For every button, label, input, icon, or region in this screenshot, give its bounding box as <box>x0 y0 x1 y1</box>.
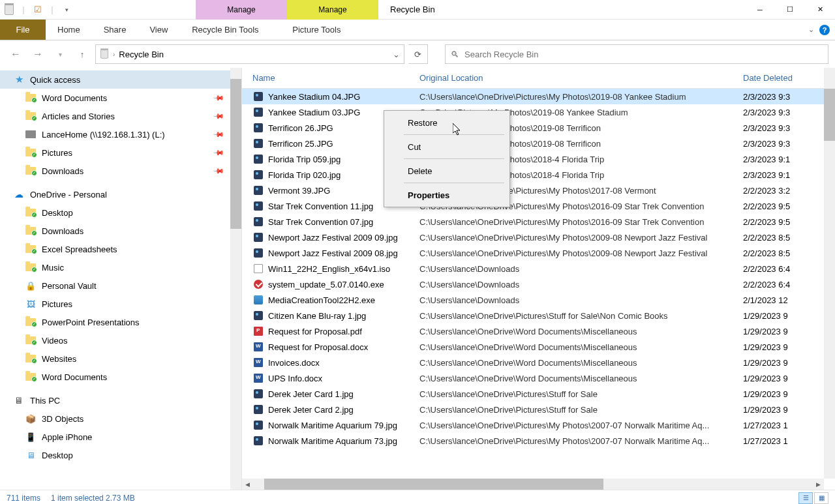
file-row[interactable]: Win11_22H2_English_x64v1.isoC:\Users\lan… <box>242 261 835 276</box>
back-button[interactable]: ← <box>7 45 25 63</box>
refresh-button[interactable]: ⟳ <box>408 44 428 64</box>
file-date-deleted: 1/29/2023 9 <box>743 374 835 383</box>
file-row[interactable]: Derek Jeter Card 2.jpgC:\Users\lance\One… <box>242 402 835 417</box>
share-tab[interactable]: Share <box>92 20 138 40</box>
file-row[interactable]: Florida Trip 059.jpgOneDrive\Pictures\My… <box>242 151 835 167</box>
context-cut[interactable]: Cut <box>384 136 509 157</box>
address-bar[interactable]: › Recycle Bin ⌄ <box>95 44 404 64</box>
view-details-button[interactable]: ☰ <box>798 492 813 504</box>
breadcrumb-recycle-bin[interactable]: Recycle Bin <box>119 50 164 59</box>
forward-button[interactable]: → <box>29 45 47 63</box>
contextual-tab-manage-1[interactable]: Manage <box>196 0 287 20</box>
title-bar: | ☑ | ▾ Manage Manage Recycle Bin ─ ☐ ✕ <box>0 0 835 20</box>
image-icon <box>252 231 264 243</box>
file-row[interactable]: Newport Jazz Festival 2009 08.jpgC:\User… <box>242 245 835 261</box>
file-row[interactable]: Yankee Stadium 03.JPGOneDrive\Pictures\M… <box>242 104 835 120</box>
file-row[interactable]: Terrificon 26.JPGOneDrive\Pictures\My Ph… <box>242 120 835 136</box>
context-restore[interactable]: Restore <box>384 112 509 133</box>
sidebar-item-od[interactable]: Videos <box>0 331 241 349</box>
close-button[interactable]: ✕ <box>805 0 835 20</box>
context-delete[interactable]: Delete <box>384 160 509 181</box>
ribbon-collapse-icon[interactable]: ⌄ <box>808 25 814 34</box>
address-dropdown-icon[interactable]: ⌄ <box>393 50 400 59</box>
column-original-location[interactable]: Original Location <box>419 73 743 83</box>
sidebar-item-od[interactable]: Word Documents <box>0 368 241 386</box>
picture-tools-tab[interactable]: Picture Tools <box>271 20 362 40</box>
sidebar-item-qa[interactable]: Articles and Stories📌 <box>0 107 241 125</box>
scroll-right-icon[interactable]: ▶ <box>813 479 824 490</box>
context-properties[interactable]: Properties <box>384 185 509 205</box>
sidebar-item-pc[interactable]: 📱Apple iPhone <box>0 428 241 446</box>
sidebar-item-pc[interactable]: 📦3D Objects <box>0 409 241 428</box>
tree-item-label: LanceHome (\\192.168.1.31) (L:) <box>42 130 165 140</box>
content-horizontal-scrollbar[interactable]: ◀ ▶ <box>242 479 824 490</box>
tree-item-label: 3D Objects <box>42 414 84 424</box>
qat-dropdown-icon[interactable]: ▾ <box>60 3 73 16</box>
file-row[interactable]: Star Trek Convention 07.jpgC:\Users\lanc… <box>242 214 835 230</box>
content-vertical-scrollbar[interactable] <box>824 68 835 479</box>
file-date-deleted: 1/27/2023 1 <box>743 436 835 446</box>
file-name: Win11_22H2_English_x64v1.iso <box>268 264 419 274</box>
search-box[interactable]: 🔍︎ <box>445 44 828 64</box>
history-dropdown-icon[interactable]: ▾ <box>51 45 69 63</box>
file-row[interactable]: MediaCreationTool22H2.exeC:\Users\lance\… <box>242 292 835 308</box>
folder-icon <box>25 147 37 158</box>
file-row[interactable]: Invoices.docxC:\Users\lance\OneDrive\Wor… <box>242 355 835 370</box>
contextual-tab-manage-2[interactable]: Manage <box>287 0 378 20</box>
recycle-bin-tools-tab[interactable]: Recycle Bin Tools <box>179 20 271 40</box>
view-thumbnails-button[interactable]: ▦ <box>814 492 828 504</box>
window-title: Recycle Bin <box>390 5 435 14</box>
word-icon <box>252 372 264 384</box>
file-row[interactable]: Derek Jeter Card 1.jpgC:\Users\lance\One… <box>242 386 835 402</box>
file-row[interactable]: Star Trek Convention 11.jpgC:\Users\lanc… <box>242 198 835 214</box>
sidebar-item-od[interactable]: Desktop <box>0 203 241 222</box>
column-name[interactable]: Name <box>252 73 419 83</box>
scroll-left-icon[interactable]: ◀ <box>242 479 253 490</box>
sidebar-item-od[interactable]: Excel Spreadsheets <box>0 240 241 258</box>
sidebar-quick-access[interactable]: ★Quick access <box>0 70 241 89</box>
file-row[interactable]: Citizen Kane Blu-ray 1.jpgC:\Users\lance… <box>242 308 835 323</box>
sidebar-scrollbar[interactable] <box>230 68 241 490</box>
file-row[interactable]: Newport Jazz Festival 2009 09.jpgC:\User… <box>242 230 835 245</box>
properties-qat-icon[interactable]: ☑ <box>31 3 44 16</box>
file-original-location: C:\Users\lance\Downloads <box>419 264 743 274</box>
file-row[interactable]: Request for Proposal.pdfC:\Users\lance\O… <box>242 323 835 339</box>
tree-item-label: Music <box>42 263 64 273</box>
file-row[interactable]: Florida Trip 020.jpgOneDrive\Pictures\My… <box>242 167 835 183</box>
up-button[interactable]: ↑ <box>73 45 91 63</box>
sidebar-item-od[interactable]: 🖼Pictures <box>0 295 241 313</box>
file-row[interactable]: Request for Proposal.docxC:\Users\lance\… <box>242 339 835 355</box>
sidebar-item-od[interactable]: Websites <box>0 349 241 368</box>
device-icon: 📱 <box>25 431 37 443</box>
file-tab[interactable]: File <box>0 20 46 40</box>
sidebar-item-qa[interactable]: Downloads📌 <box>0 162 241 180</box>
sidebar-item-qa[interactable]: Pictures📌 <box>0 143 241 162</box>
sidebar-item-od[interactable]: PowerPoint Presentations <box>0 313 241 331</box>
sidebar-item-pc[interactable]: 🖥Desktop <box>0 446 241 464</box>
pin-icon: 📌 <box>212 91 224 104</box>
sidebar-item-od[interactable]: Downloads <box>0 222 241 240</box>
sidebar-item-od[interactable]: 🔒Personal Vault <box>0 276 241 295</box>
maximize-button[interactable]: ☐ <box>775 0 805 20</box>
sidebar-item-od[interactable]: Music <box>0 258 241 276</box>
column-date-deleted[interactable]: Date Deleted <box>743 73 835 83</box>
file-row[interactable]: Norwalk Maritime Aquarium 79.jpgC:\Users… <box>242 417 835 433</box>
breadcrumb-separator-icon[interactable]: › <box>113 51 115 58</box>
pin-icon: 📌 <box>212 164 224 177</box>
navigation-bar: ← → ▾ ↑ › Recycle Bin ⌄ ⟳ 🔍︎ <box>0 40 835 68</box>
file-row[interactable]: Yankee Stadium 04.JPGC:\Users\lance\OneD… <box>242 89 835 104</box>
view-tab[interactable]: View <box>138 20 179 40</box>
help-icon[interactable]: ? <box>819 25 830 35</box>
file-row[interactable]: UPS Info.docxC:\Users\lance\OneDrive\Wor… <box>242 370 835 386</box>
sidebar-onedrive[interactable]: ☁OneDrive - Personal <box>0 185 241 203</box>
file-row[interactable]: Norwalk Maritime Aquarium 73.jpgC:\Users… <box>242 433 835 449</box>
sidebar-this-pc[interactable]: 🖥This PC <box>0 391 241 409</box>
file-row[interactable]: Terrificon 25.JPGOneDrive\Pictures\My Ph… <box>242 136 835 151</box>
file-row[interactable]: Vermont 39.JPGC:\Users\lance\OneDrive\Pi… <box>242 183 835 198</box>
search-input[interactable] <box>464 50 823 59</box>
sidebar-item-qa[interactable]: Word Documents📌 <box>0 89 241 107</box>
minimize-button[interactable]: ─ <box>745 0 775 20</box>
file-row[interactable]: system_update_5.07.0140.exeC:\Users\lanc… <box>242 276 835 292</box>
home-tab[interactable]: Home <box>46 20 92 40</box>
sidebar-item-qa[interactable]: LanceHome (\\192.168.1.31) (L:)📌 <box>0 125 241 143</box>
